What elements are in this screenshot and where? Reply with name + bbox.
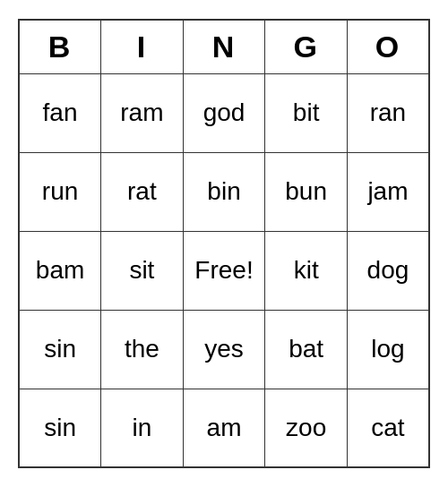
bingo-card: BINGO fanramgodbitranrunratbinbunjambams… xyxy=(18,19,430,468)
bingo-cell-0-1: ram xyxy=(101,73,184,152)
bingo-cell-3-1: the xyxy=(101,310,184,389)
bingo-row-4: sininamzoocat xyxy=(19,389,429,467)
bingo-row-1: runratbinbunjam xyxy=(19,152,429,231)
bingo-cell-1-4: jam xyxy=(347,152,429,231)
bingo-cell-0-3: bit xyxy=(265,73,348,152)
bingo-cell-2-3: kit xyxy=(265,231,348,310)
bingo-cell-2-1: sit xyxy=(101,231,184,310)
bingo-cell-4-1: in xyxy=(101,389,184,467)
bingo-cell-4-0: sin xyxy=(19,389,101,467)
header-col-i: I xyxy=(101,20,184,73)
bingo-body: fanramgodbitranrunratbinbunjambamsitFree… xyxy=(19,73,429,467)
bingo-cell-3-4: log xyxy=(347,310,429,389)
bingo-cell-2-2: Free! xyxy=(183,231,265,310)
bingo-cell-0-4: ran xyxy=(347,73,429,152)
header-col-o: O xyxy=(347,20,429,73)
bingo-row-3: sintheyesbatlog xyxy=(19,310,429,389)
bingo-cell-1-1: rat xyxy=(101,152,184,231)
bingo-row-0: fanramgodbitran xyxy=(19,73,429,152)
bingo-cell-3-3: bat xyxy=(265,310,348,389)
bingo-cell-3-2: yes xyxy=(183,310,265,389)
bingo-cell-1-2: bin xyxy=(183,152,265,231)
bingo-cell-1-0: run xyxy=(19,152,101,231)
bingo-cell-0-0: fan xyxy=(19,73,101,152)
bingo-row-2: bamsitFree!kitdog xyxy=(19,231,429,310)
header-col-b: B xyxy=(19,20,101,73)
bingo-cell-3-0: sin xyxy=(19,310,101,389)
bingo-cell-4-2: am xyxy=(183,389,265,467)
bingo-cell-1-3: bun xyxy=(265,152,348,231)
bingo-cell-2-4: dog xyxy=(347,231,429,310)
bingo-cell-2-0: bam xyxy=(19,231,101,310)
header-row: BINGO xyxy=(19,20,429,73)
bingo-cell-4-3: zoo xyxy=(265,389,348,467)
header-col-g: G xyxy=(265,20,348,73)
bingo-cell-4-4: cat xyxy=(347,389,429,467)
bingo-cell-0-2: god xyxy=(183,73,265,152)
header-col-n: N xyxy=(183,20,265,73)
